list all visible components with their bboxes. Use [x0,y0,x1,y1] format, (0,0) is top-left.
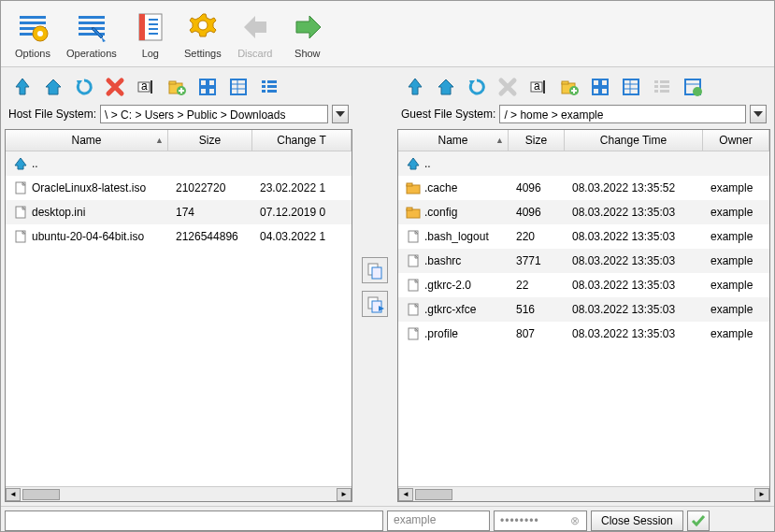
table-row[interactable]: .gtkrc-2.02208.03.2022 13:35:03example [398,273,769,297]
host-scrollbar[interactable]: ◄► [6,486,352,501]
host-path-dropdown[interactable] [332,105,349,123]
settings-button[interactable]: Settings [180,7,225,61]
host-file-body[interactable]: ..OracleLinux8-latest.iso2102272023.02.2… [6,151,352,486]
transfer-column [356,67,394,506]
view-details-button[interactable] [617,73,645,101]
rename-button[interactable]: a [524,73,553,101]
table-row[interactable]: .bashrc377108.03.2022 13:35:03example [398,249,769,273]
svg-rect-6 [79,16,105,19]
table-row[interactable]: .bash_logout22008.03.2022 13:35:03exampl… [398,224,769,249]
guest-path-input[interactable]: / > home > example [499,105,746,123]
new-folder-button[interactable] [555,73,583,101]
table-row[interactable]: OracleLinux8-latest.iso2102272023.02.202… [6,176,352,200]
col-owner[interactable]: Owner [703,130,769,151]
table-row[interactable]: .gtkrc-xfce51608.03.2022 13:35:03example [398,297,769,322]
table-row[interactable]: .cache409608.03.2022 13:35:52example [398,176,769,200]
svg-rect-38 [267,80,277,83]
file-size [510,162,567,165]
view-list-button[interactable] [255,73,283,101]
nav-home-button[interactable] [39,73,67,101]
close-session-button[interactable]: Close Session [591,510,683,531]
svg-rect-52 [372,267,381,279]
main-toolbar: Options Operations Log Settings Discard … [1,1,774,67]
table-row[interactable]: desktop.ini17407.12.2019 0 [6,200,352,224]
file-size: 2126544896 [170,228,254,245]
guest-path-row: Guest File System: / > home > example [397,103,770,125]
file-name: .cache [424,181,457,194]
delete-button [494,73,522,101]
svg-marker-57 [438,79,453,94]
svg-point-17 [198,21,208,30]
username-input[interactable]: example [387,510,490,531]
svg-marker-44 [15,158,26,169]
svg-rect-68 [601,88,608,94]
svg-rect-30 [208,79,215,86]
confirm-button[interactable] [687,510,710,531]
file-icon [406,326,421,341]
options-icon [14,8,51,46]
rename-button[interactable]: a [132,73,160,101]
table-row[interactable]: .profile80708.03.2022 13:35:03example [398,322,769,346]
file-icon [406,302,421,317]
password-input[interactable]: •••••••• ⊗ [494,510,587,531]
col-name[interactable]: Name▲ [6,130,168,151]
col-change[interactable]: Change Time [565,130,703,151]
options-button[interactable]: Options [10,7,55,61]
new-folder-button[interactable] [163,73,191,101]
nav-refresh-button[interactable] [463,73,491,101]
nav-home-button[interactable] [432,73,460,101]
table-row[interactable]: .. [6,151,352,176]
operations-button[interactable]: Operations [63,7,121,61]
svg-rect-85 [407,183,412,186]
guest-table-header: Name▲ Size Change Time Owner [398,130,769,151]
nav-up-button[interactable] [8,73,36,101]
file-name: ubuntu-20-04-64bit.iso [32,230,144,243]
view-properties-button[interactable] [679,73,707,101]
file-name: .config [424,206,457,219]
col-size[interactable]: Size [509,130,565,151]
show-button[interactable]: Show [285,7,330,61]
col-name[interactable]: Name▲ [398,130,509,151]
copy-to-host-button[interactable] [362,291,388,317]
clear-icon[interactable]: ⊗ [570,514,581,527]
table-row[interactable]: ubuntu-20-04-64bit.iso212654489604.03.20… [6,224,352,249]
svg-rect-78 [660,90,669,93]
svg-rect-32 [208,88,215,94]
svg-rect-7 [79,22,105,24]
svg-marker-18 [244,16,266,38]
guest-file-body[interactable]: ...cache409608.03.2022 13:35:52example.c… [398,151,769,486]
host-table-header: Name▲ Size Change T [6,130,352,151]
file-size [170,162,254,165]
settings-label: Settings [184,48,222,59]
view-details-button[interactable] [224,73,252,101]
nav-refresh-button[interactable] [70,73,98,101]
log-icon [132,8,169,46]
col-change[interactable]: Change T [252,130,352,151]
file-change: 23.02.2022 1 [254,180,350,196]
guest-path-label: Guest File System: [401,108,495,121]
view-icons-button[interactable] [194,73,222,101]
file-name: .profile [424,327,458,340]
copy-to-guest-button[interactable] [362,257,388,283]
file-icon [406,229,421,244]
svg-marker-20 [16,79,29,94]
svg-text:a: a [534,79,540,93]
delete-button[interactable] [101,73,129,101]
table-row[interactable]: .. [398,151,769,176]
file-size: 22 [510,277,567,294]
svg-rect-37 [262,80,266,83]
up-icon [13,156,28,171]
log-label: Log [142,48,159,59]
guest-scrollbar[interactable]: ◄► [398,486,769,501]
host-path-input[interactable]: \ > C: > Users > Public > Downloads [100,105,328,123]
view-icons-button[interactable] [586,73,614,101]
log-button[interactable]: Log [128,7,173,61]
file-icon [13,229,28,244]
svg-point-5 [37,31,43,36]
file-owner: example [705,228,768,245]
svg-marker-10 [101,36,106,42]
col-size[interactable]: Size [168,130,252,151]
nav-up-button[interactable] [401,73,429,101]
guest-path-dropdown[interactable] [750,105,767,123]
table-row[interactable]: .config409608.03.2022 13:35:03example [398,200,769,224]
